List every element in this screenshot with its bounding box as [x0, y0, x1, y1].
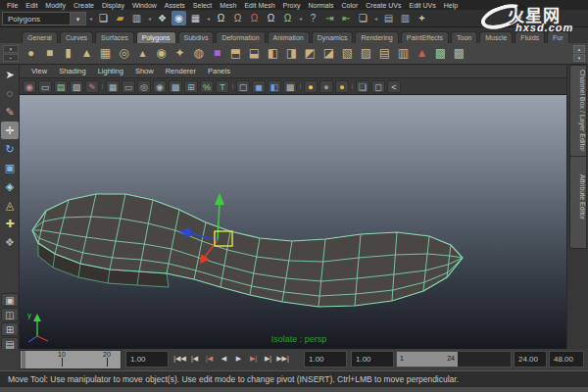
menu-item[interactable]: File — [3, 2, 22, 9]
sculpt-geometry-icon[interactable]: ▲ — [413, 44, 431, 63]
chevron-down-icon[interactable]: ▾ — [71, 12, 86, 25]
step-back-key-button[interactable]: |◀ — [202, 351, 217, 367]
make-live-icon[interactable]: Ω — [280, 11, 295, 25]
group-divider[interactable]: ◂ — [146, 11, 153, 26]
menu-item[interactable]: Create — [70, 2, 98, 9]
panel-menu-item[interactable]: Lighting — [92, 67, 129, 75]
shelf-tab[interactable]: Polygons — [136, 31, 176, 43]
save-scene-icon[interactable]: ▥ — [129, 11, 144, 25]
universal-manipulator-button[interactable]: ◈ — [1, 177, 19, 195]
shelf-tab[interactable]: Muscle — [479, 31, 513, 43]
shelf-tab[interactable]: Rendering — [355, 31, 398, 43]
smooth-icon[interactable]: ◩ — [301, 44, 319, 63]
last-tool-button[interactable]: ❖ — [1, 233, 19, 251]
current-frame-marker[interactable] — [22, 351, 25, 368]
bevel-icon[interactable]: ▧ — [338, 44, 357, 63]
y-axis-arrowhead[interactable] — [215, 193, 224, 205]
animation-end-field[interactable]: 48.00 — [549, 351, 584, 368]
menu-item[interactable]: Help — [440, 2, 462, 9]
textured-mode-icon[interactable]: ◧ — [268, 80, 281, 93]
wireframe-mode-icon[interactable]: ▢ — [236, 80, 250, 93]
smooth-shade-mode-icon[interactable]: ◼ — [252, 80, 266, 93]
range-slider-track[interactable]: 1 24 — [396, 351, 512, 368]
group-divider[interactable]: ◂ — [297, 11, 304, 26]
poly-cube-icon[interactable]: ■ — [40, 44, 59, 63]
poly-pipe-icon[interactable]: ◉ — [152, 44, 171, 63]
layout-four-pane-button[interactable]: ⊞ — [1, 322, 19, 336]
select-by-hierarchy-icon[interactable]: ❖ — [155, 11, 170, 25]
animation-start-field[interactable]: 1.00 — [304, 351, 347, 368]
step-back-frame-button[interactable]: |◀ — [187, 351, 202, 367]
select-by-component-icon[interactable]: ▦ — [188, 11, 203, 25]
construction-history-icon[interactable]: ❏ — [356, 11, 370, 25]
paint-select-tool-button[interactable]: ✎ — [1, 103, 19, 121]
select-by-object-icon[interactable]: ◉ — [172, 11, 186, 25]
default-material-icon[interactable]: ▩ — [283, 80, 297, 93]
fill-percent-icon[interactable]: % — [200, 80, 214, 93]
group-divider[interactable]: ◂ — [205, 11, 212, 26]
poly-cylinder-icon[interactable]: ▮ — [59, 44, 77, 63]
current-time-field[interactable]: 1.00 — [125, 351, 169, 368]
layout-two-pane-button[interactable]: ◫ — [1, 308, 19, 321]
tab-attribute-editor[interactable]: Attribute Editor — [569, 145, 587, 249]
isolate-select-icon[interactable]: ❏ — [356, 80, 369, 93]
play-backwards-button[interactable]: ◀ — [217, 351, 231, 367]
render-view-icon[interactable]: ▤ — [381, 11, 396, 25]
viewport-canvas[interactable]: y Isolate : persp — [20, 95, 566, 349]
sole-mesh-surface[interactable] — [32, 194, 463, 307]
layout-single-pane-button[interactable]: ▣ — [1, 293, 19, 307]
camera-attributes-icon[interactable]: ▭ — [38, 80, 52, 93]
menu-item[interactable]: Edit — [22, 2, 41, 9]
poly-pyramid-icon[interactable]: ▴ — [133, 44, 152, 63]
menu-set-selector[interactable]: Polygons ▾ — [2, 12, 86, 25]
new-scene-icon[interactable]: ❏ — [96, 11, 111, 25]
combine-icon[interactable]: ⬒ — [226, 44, 245, 63]
menu-item[interactable]: Edit Mesh — [240, 2, 278, 9]
film-gate-icon[interactable]: ▭ — [122, 80, 135, 93]
shelf-tab[interactable]: Subdivs — [178, 31, 215, 43]
playback-end-field[interactable]: 24.00 — [514, 351, 547, 368]
menu-item[interactable]: Modify — [41, 2, 70, 9]
ipr-render-icon[interactable]: ▥ — [398, 11, 413, 25]
panel-menu-item[interactable]: Renderer — [160, 67, 202, 75]
shelf-scroll-down-button[interactable]: ▾ — [573, 54, 585, 62]
menu-item[interactable]: Proxy — [279, 2, 305, 9]
shelf-tab[interactable]: Animation — [268, 31, 310, 43]
poly-cone-icon[interactable]: ▲ — [77, 44, 96, 63]
shelf-tab[interactable]: Dynamics — [312, 31, 354, 43]
select-tool-button[interactable]: ➤ — [1, 66, 19, 83]
open-scene-icon[interactable]: ▰ — [113, 11, 127, 25]
selected-lights-icon[interactable]: ● — [319, 80, 333, 93]
group-divider[interactable]: ◂ — [372, 11, 379, 26]
select-camera-icon[interactable]: ◉ — [23, 80, 36, 93]
menu-set-value[interactable]: Polygons — [2, 12, 71, 25]
default-light-icon[interactable]: ● — [335, 80, 349, 93]
play-forwards-button[interactable]: ▶ — [231, 351, 246, 367]
step-forward-frame-button[interactable]: ▶| — [261, 351, 275, 367]
extrude-icon[interactable]: ◪ — [319, 44, 338, 63]
menu-item[interactable]: Edit UVs — [405, 2, 439, 9]
extract-icon[interactable]: ◧ — [264, 44, 282, 63]
move-tool-button[interactable]: ✛ — [1, 122, 19, 139]
quick-help-icon[interactable]: ? — [306, 11, 320, 25]
menu-item[interactable]: Window — [128, 2, 161, 9]
grid-icon[interactable]: ▦ — [106, 80, 120, 93]
shelf-tab[interactable]: Deformation — [216, 31, 265, 43]
go-to-start-button[interactable]: |◀◀ — [172, 351, 187, 367]
gate-mask-icon[interactable]: ◉ — [153, 80, 167, 93]
rotate-tool-button[interactable]: ↻ — [1, 140, 19, 158]
snap-to-points-icon[interactable]: Ω — [247, 11, 262, 25]
shelf-tab[interactable]: PaintEffects — [401, 31, 449, 43]
checker-flag-2-icon[interactable]: ▩ — [450, 44, 468, 63]
shelf-tab[interactable]: Curves — [60, 31, 93, 43]
shelf-tab[interactable]: Toon — [451, 31, 477, 43]
panel-menu-item[interactable]: Panels — [202, 67, 236, 75]
step-forward-key-button[interactable]: ▶| — [246, 351, 261, 367]
shelf-menu-button[interactable]: ▪ — [3, 54, 19, 62]
go-to-end-button[interactable]: ▶▶| — [275, 351, 290, 367]
merge-icon[interactable]: ▥ — [394, 44, 413, 63]
snap-to-view-planes-icon[interactable]: Ω — [264, 11, 278, 25]
menu-item[interactable]: Select — [189, 2, 216, 9]
menu-item[interactable]: Color — [338, 2, 363, 9]
booleans-icon[interactable]: ◨ — [282, 44, 301, 63]
